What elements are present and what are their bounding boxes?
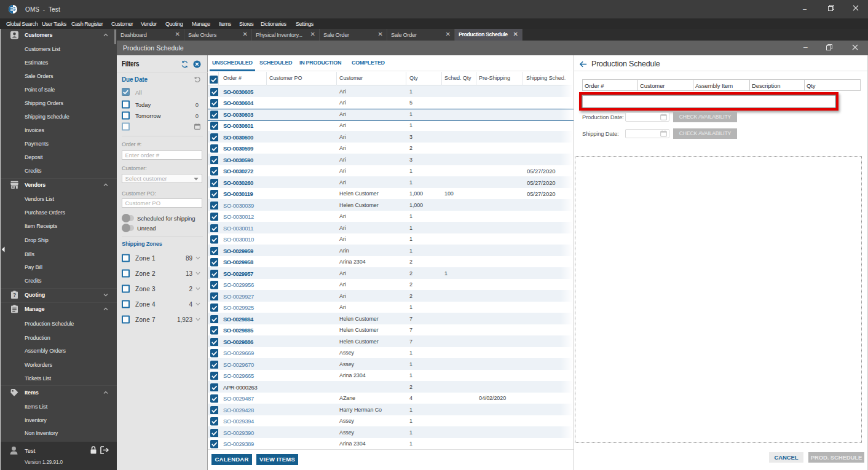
svg-text:?: ? [13,292,16,298]
